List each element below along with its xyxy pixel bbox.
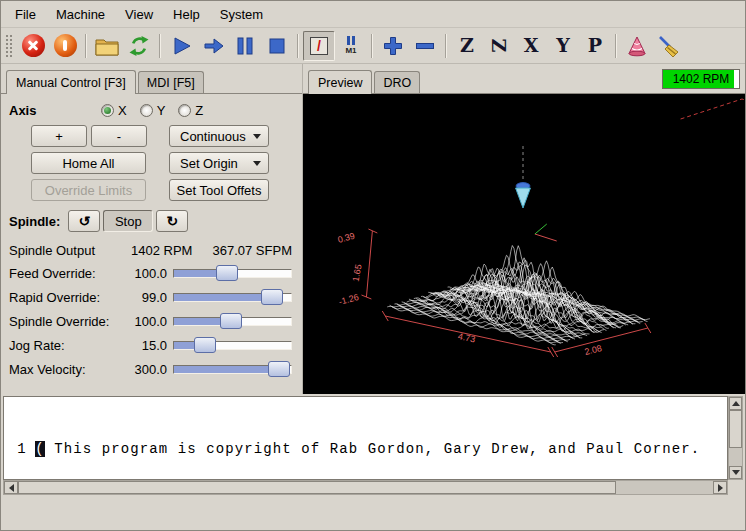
- view-p-icon: P: [588, 36, 602, 55]
- open-file-button[interactable]: [91, 31, 123, 61]
- vertical-scrollbar[interactable]: [728, 396, 743, 480]
- view-rotated-top-button[interactable]: Z: [483, 31, 515, 61]
- spindle-rpm-indicator: 1402 RPM: [662, 69, 740, 89]
- dim-label-z-min: -1.26: [338, 292, 360, 307]
- menu-help[interactable]: Help: [163, 3, 210, 26]
- slider-handle[interactable]: [220, 313, 242, 329]
- horizontal-scroll-thumb[interactable]: [18, 481, 616, 494]
- origin-x-axis: [535, 234, 557, 241]
- reload-icon: [128, 35, 150, 57]
- override-limits-button[interactable]: Override Limits: [31, 179, 146, 201]
- clear-plot-button[interactable]: [653, 31, 685, 61]
- chevron-down-icon: [253, 134, 261, 139]
- scroll-up-button[interactable]: [729, 397, 742, 410]
- step-button[interactable]: [197, 31, 229, 61]
- power-icon: [54, 34, 77, 57]
- set-tool-offsets-button[interactable]: Set Tool Offets: [169, 179, 269, 201]
- view-side-button[interactable]: X: [515, 31, 547, 61]
- reload-button[interactable]: [123, 31, 155, 61]
- tab-preview[interactable]: Preview: [308, 70, 372, 94]
- axis-radio-z[interactable]: Z: [178, 103, 203, 118]
- rapid-override-slider[interactable]: [173, 288, 292, 306]
- jog-rate-label: Jog Rate:: [9, 338, 119, 353]
- gcode-section: 1( This program is copyright of Rab Gord…: [1, 394, 745, 530]
- slider-handle[interactable]: [194, 337, 216, 353]
- jog-minus-button[interactable]: -: [91, 125, 147, 147]
- slider-handle[interactable]: [268, 361, 290, 377]
- feed-override-slider[interactable]: [173, 264, 292, 282]
- spindle-row: Spindle: ↺ Stop ↻: [9, 210, 294, 232]
- tab-manual-control[interactable]: Manual Control [F3]: [6, 70, 136, 94]
- dim-label-y-extent: 2.08: [584, 343, 603, 357]
- axis-x-label: X: [118, 103, 127, 118]
- radio-button-icon: [140, 104, 153, 117]
- zoom-in-button[interactable]: [377, 31, 409, 61]
- preview-plot[interactable]: 0.39 1.65 -1.26 4.73 2.08: [303, 94, 745, 394]
- axis-radio-y[interactable]: Y: [140, 103, 166, 118]
- menu-system[interactable]: System: [210, 3, 273, 26]
- view-perspective-button[interactable]: P: [579, 31, 611, 61]
- set-origin-button[interactable]: Set Origin: [169, 152, 269, 174]
- jog-row: + - Continuous: [9, 125, 294, 147]
- toolbar-grip[interactable]: [5, 34, 12, 58]
- gcode-listing[interactable]: 1( This program is copyright of Rab Gord…: [3, 396, 728, 480]
- radio-button-icon: [101, 104, 114, 117]
- machine-power-button[interactable]: [49, 31, 81, 61]
- preview-panel: Preview DRO 1402 RPM: [302, 64, 745, 394]
- spindle-override-slider[interactable]: [173, 312, 292, 330]
- zoom-out-button[interactable]: [409, 31, 441, 61]
- spindle-cw-button[interactable]: ↻: [156, 210, 188, 232]
- view-front-button[interactable]: Y: [547, 31, 579, 61]
- spindle-sfpm-value: 367.07 SFPM: [213, 243, 295, 258]
- spindle-stop-button[interactable]: Stop: [103, 210, 153, 232]
- pause-button[interactable]: [229, 31, 261, 61]
- rotate-view-button[interactable]: [621, 31, 653, 61]
- vertical-scroll-thumb[interactable]: [729, 410, 742, 448]
- scroll-down-button[interactable]: [729, 466, 742, 479]
- spindle-label: Spindle:: [9, 214, 60, 229]
- scroll-left-button[interactable]: [4, 481, 18, 494]
- preview-canvas[interactable]: 0.39 1.65 -1.26 4.73 2.08: [303, 94, 745, 394]
- stop-button[interactable]: [261, 31, 293, 61]
- optional-pause-toggle[interactable]: M1: [335, 31, 367, 61]
- arrow-right-icon: [718, 484, 723, 492]
- horizontal-scrollbar[interactable]: [3, 480, 728, 495]
- skip-lines-toggle[interactable]: /: [303, 31, 335, 61]
- view-top-button[interactable]: Z: [451, 31, 483, 61]
- feed-override-row: Feed Override: 100.0: [9, 261, 294, 285]
- home-all-button[interactable]: Home All: [31, 152, 146, 174]
- view-x-icon: X: [524, 36, 539, 55]
- broom-icon: [657, 34, 681, 58]
- spindle-rpm-value: 1402 RPM: [131, 243, 192, 258]
- run-button[interactable]: [165, 31, 197, 61]
- tab-dro[interactable]: DRO: [374, 71, 420, 93]
- menu-view[interactable]: View: [115, 3, 163, 26]
- axis-z-label: Z: [195, 103, 203, 118]
- slider-handle[interactable]: [261, 289, 283, 305]
- jog-plus-button[interactable]: +: [31, 125, 87, 147]
- jog-increment-dropdown[interactable]: Continuous: [169, 125, 269, 147]
- toolpath-wireframe: [387, 246, 650, 345]
- spindle-override-row: Spindle Override: 100.0: [9, 309, 294, 333]
- vertical-scroll-track[interactable]: [729, 410, 742, 466]
- jog-rate-slider[interactable]: [173, 336, 292, 354]
- menu-machine[interactable]: Machine: [46, 3, 115, 26]
- spindle-output-row: Spindle Output 1402 RPM 367.07 SFPM: [9, 239, 294, 261]
- menu-file[interactable]: File: [5, 3, 46, 26]
- tab-mdi[interactable]: MDI [F5]: [138, 71, 204, 93]
- horizontal-scroll-track[interactable]: [18, 481, 713, 494]
- scroll-right-button[interactable]: [713, 481, 727, 494]
- gcode-line-1[interactable]: 1( This program is copyright of Rab Gord…: [4, 439, 727, 459]
- max-velocity-slider[interactable]: [173, 360, 292, 378]
- axis-radio-x[interactable]: X: [101, 103, 127, 118]
- toolbar: / M1 Z Z X Y: [1, 28, 745, 64]
- arrow-left-icon: [9, 484, 14, 492]
- rapid-override-label: Rapid Override:: [9, 290, 119, 305]
- spindle-ccw-button[interactable]: ↺: [68, 210, 100, 232]
- left-tabbar: Manual Control [F3] MDI [F5]: [1, 64, 302, 94]
- feed-override-label: Feed Override:: [9, 266, 119, 281]
- slider-handle[interactable]: [216, 265, 238, 281]
- slider-fill: [174, 366, 278, 373]
- estop-button[interactable]: [17, 31, 49, 61]
- spindle-override-value: 100.0: [125, 314, 167, 329]
